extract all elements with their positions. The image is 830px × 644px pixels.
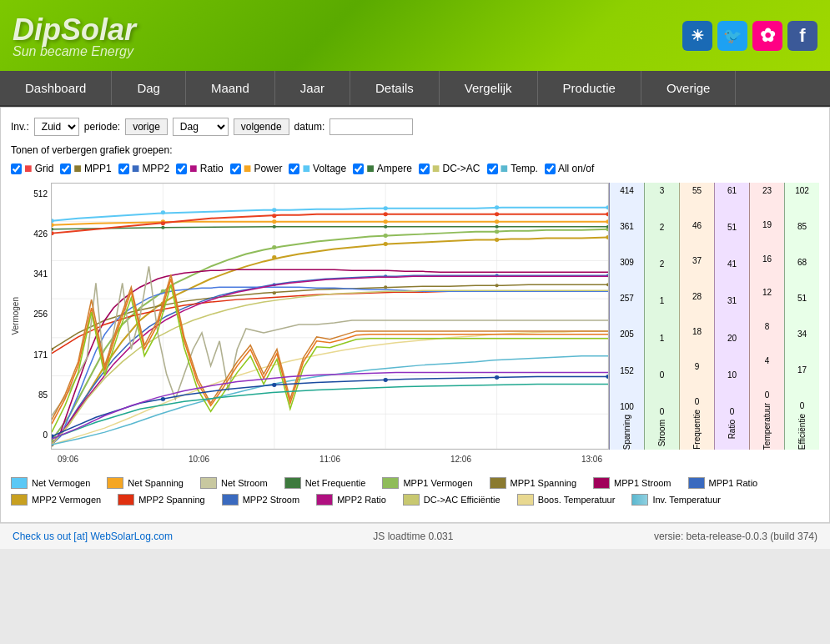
legend-swatch-mpp2-stroom <box>222 494 239 506</box>
legend-swatch-net-spanning <box>107 477 123 489</box>
r-axis-ratio: 61 51 41 31 20 10 0 Ratio <box>714 183 749 450</box>
svg-point-16 <box>272 208 276 212</box>
legend-swatch-mpp1-ratio <box>688 477 705 489</box>
svg-point-35 <box>384 242 388 246</box>
svg-point-14 <box>52 219 54 223</box>
nav-vergelijk[interactable]: Vergelijk <box>440 71 538 105</box>
footer-left: Check us out [at] WebSolarLog.com <box>13 531 173 542</box>
legend-swatch-mpp2-ratio <box>316 494 333 506</box>
toggle-power[interactable]: ■ Power <box>230 161 283 176</box>
legend-mpp2-vermogen: MPP2 Vermogen <box>11 494 101 506</box>
svg-point-57 <box>161 397 165 401</box>
toggle-ratio[interactable]: ■ Ratio <box>176 161 224 176</box>
legend-dc-ac: DC->AC Efficiëntie <box>403 494 501 506</box>
legend-net-frequentie: Net Frequentie <box>284 477 366 489</box>
toggle-mpp1[interactable]: ■ MPP1 <box>60 161 111 176</box>
logo-area: DipSolar Sun became Energy <box>13 13 136 59</box>
legend-swatch-dc-ac <box>403 494 420 506</box>
period-select[interactable]: Dag Week Maand <box>173 118 229 136</box>
legend-swatch-net-frequentie <box>284 477 301 489</box>
legend-swatch-net-stroom <box>200 477 217 489</box>
r-axis-temp: 23 19 16 12 8 4 0 Temperatuur <box>749 183 784 450</box>
toggle-row: ■ Grid ■ MPP1 ■ MPP2 ■ Ratio ■ Power ■ V… <box>11 161 819 176</box>
svg-point-22 <box>272 219 276 224</box>
svg-point-42 <box>495 284 498 287</box>
y-axis-left-values: 512 426 341 256 171 85 0 <box>26 189 51 440</box>
footer: Check us out [at] WebSolarLog.com JS loa… <box>0 523 830 549</box>
next-button[interactable]: volgende <box>234 118 289 135</box>
svg-point-41 <box>384 285 387 289</box>
svg-point-60 <box>495 375 499 380</box>
footer-link[interactable]: Check us out [at] WebSolarLog.com <box>13 531 173 542</box>
toggle-dc-ac[interactable]: ■ DC->AC <box>419 161 480 176</box>
svg-point-18 <box>495 205 499 209</box>
logo-text: DipSolar <box>13 13 136 48</box>
nav-details[interactable]: Details <box>350 71 440 105</box>
legend-mpp1-ratio: MPP1 Ratio <box>688 477 758 489</box>
social-solar-icon[interactable]: ☀ <box>682 21 712 51</box>
svg-point-24 <box>495 219 499 224</box>
legend-mpp2-spanning: MPP2 Spanning <box>118 494 205 506</box>
legend-swatch-inv-temp <box>631 494 648 506</box>
svg-point-43 <box>606 283 608 286</box>
nav-maand[interactable]: Maand <box>186 71 275 105</box>
header: DipSolar Sun became Energy ☀ 🐦 ✿ f <box>0 0 830 71</box>
toggle-ampere[interactable]: ■ Ampere <box>353 161 412 176</box>
datum-input[interactable]: 27-11-2012 <box>329 118 413 135</box>
right-axes: 414 361 309 257 205 152 100 Spanning 3 2… <box>609 183 819 450</box>
social-flickr-icon[interactable]: ✿ <box>752 21 782 51</box>
prev-button[interactable]: vorige <box>125 118 168 135</box>
svg-point-37 <box>606 235 608 239</box>
nav-overige[interactable]: Overige <box>641 71 737 105</box>
svg-point-63 <box>161 221 165 225</box>
toggle-all[interactable]: All on/of <box>545 163 594 174</box>
nav-dashboard[interactable]: Dashboard <box>0 71 112 105</box>
y-axis-vermogen-label: Vermogen <box>11 297 20 335</box>
legend-mpp1-stroom: MPP1 Stroom <box>593 477 671 489</box>
legend-swatch-mpp2-vermogen <box>11 494 28 506</box>
chart-container <box>51 183 609 450</box>
x-axis: 09:06 10:06 11:06 12:06 13:06 <box>11 453 819 464</box>
nav-productie[interactable]: Productie <box>538 71 641 105</box>
legend-swatch-mpp1-vermogen <box>382 477 399 489</box>
legend-mpp2-ratio: MPP2 Ratio <box>316 494 386 506</box>
toggle-label: Tonen of verbergen grafiek groepen: <box>11 144 819 156</box>
svg-point-54 <box>495 225 498 229</box>
legend-mpp1-spanning: MPP1 Spanning <box>490 477 577 489</box>
footer-right: versie: beta-release-0.0.3 (build 374) <box>654 531 817 542</box>
r-axis-efficiëntie: 102 85 68 51 34 17 0 Efficiëntie <box>784 183 819 450</box>
chart-svg <box>52 184 608 449</box>
nav: Dashboard Dag Maand Jaar Details Vergeli… <box>0 71 830 107</box>
legend-mpp2-stroom: MPP2 Stroom <box>222 494 299 506</box>
svg-point-61 <box>606 375 608 379</box>
svg-point-17 <box>384 206 388 210</box>
svg-point-50 <box>52 228 53 231</box>
r-axis-stroom: 3 2 2 1 1 0 0 Stroom <box>644 183 679 450</box>
svg-point-52 <box>273 225 276 229</box>
svg-point-65 <box>384 212 388 216</box>
legend-swatch-mpp1-spanning <box>490 477 506 489</box>
legend-net-vermogen: Net Vermogen <box>11 477 90 489</box>
legend-net-stroom: Net Stroom <box>200 477 268 489</box>
toggle-mpp2[interactable]: ■ MPP2 <box>118 161 169 176</box>
toggle-temp[interactable]: ■ Temp. <box>487 161 538 176</box>
legend-swatch-boos-temp <box>517 494 534 506</box>
inv-select[interactable]: Zuid <box>34 118 79 136</box>
svg-point-53 <box>384 225 387 229</box>
svg-point-15 <box>161 210 165 214</box>
toggle-voltage[interactable]: ■ Voltage <box>289 161 346 176</box>
svg-point-59 <box>384 378 388 382</box>
toggle-grid[interactable]: ■ Grid <box>11 161 53 176</box>
controls-row: Inv.: Zuid periode: vorige Dag Week Maan… <box>11 118 819 136</box>
legend-swatch-mpp1-stroom <box>593 477 610 489</box>
nav-jaar[interactable]: Jaar <box>275 71 350 105</box>
social-facebook-icon[interactable]: f <box>787 21 817 51</box>
nav-dag[interactable]: Dag <box>112 71 186 105</box>
social-twitter-icon[interactable]: 🐦 <box>717 21 747 51</box>
svg-point-28 <box>272 245 276 249</box>
legend-swatch-mpp2-spanning <box>118 494 134 506</box>
legend-boos-temp: Boos. Temperatuur <box>517 494 616 506</box>
svg-point-23 <box>384 219 388 224</box>
inv-label: Inv.: <box>11 121 29 133</box>
svg-point-36 <box>495 238 499 242</box>
